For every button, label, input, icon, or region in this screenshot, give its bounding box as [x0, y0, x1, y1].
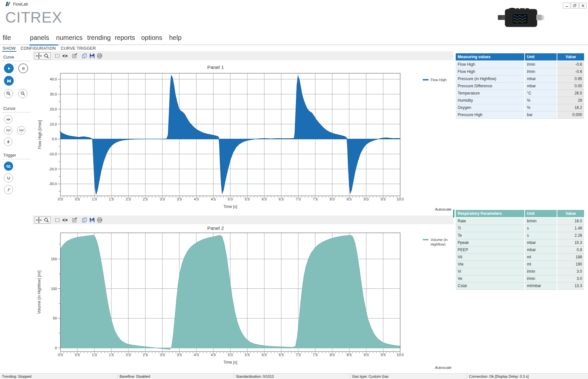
trigger-section-divider — [3, 159, 31, 159]
citrex-device-image — [497, 6, 545, 29]
panel1-legend: Flow High — [423, 78, 451, 82]
tab-configuration[interactable]: CONFIGURATION — [21, 46, 56, 51]
autoscale-button[interactable] — [4, 76, 14, 86]
save-icon[interactable] — [89, 53, 95, 59]
param-name: Pressure (in Highflow) — [456, 76, 524, 83]
svg-text:4.0: 4.0 — [194, 197, 199, 201]
menu-help[interactable]: help — [169, 34, 182, 42]
flow-legend-swatch — [423, 79, 429, 80]
trigger-wave-button[interactable] — [4, 162, 13, 171]
svg-text:1.5: 1.5 — [109, 353, 114, 357]
svg-text:7.5: 7.5 — [313, 353, 318, 357]
param-name: Te — [456, 232, 524, 239]
param-value: 190 — [557, 261, 584, 268]
param-value: -0.6 — [557, 61, 584, 68]
panel2-autoscale-label[interactable]: Autoscale — [428, 366, 451, 370]
print-icon[interactable] — [97, 53, 103, 59]
param-name: Pressure Difference — [456, 83, 524, 90]
table-row: Flow Highl/min-0.6 — [456, 68, 584, 76]
cursor-time-button[interactable]: T — [4, 126, 12, 135]
zoom-out-button[interactable] — [18, 89, 27, 98]
table-row: Ppeakmbar15.3 — [456, 239, 584, 247]
svg-text:0.5: 0.5 — [75, 197, 80, 201]
svg-text:10.0: 10.0 — [50, 122, 57, 126]
cursor-time-icon: T — [6, 128, 11, 133]
svg-text:6.5: 6.5 — [279, 197, 284, 201]
pan-icon[interactable] — [36, 53, 42, 59]
param-value: -0.6 — [557, 68, 584, 76]
table-row: Vil/min3.0 — [456, 268, 584, 275]
menu-options[interactable]: options — [141, 34, 162, 42]
trigger-section-label: Trigger — [3, 153, 16, 158]
menu-trending[interactable]: trending — [87, 34, 111, 42]
table-row: Pressure Differencembar0.00 — [456, 83, 584, 90]
table-row: Vtiml188 — [456, 254, 584, 261]
svg-text:5.5: 5.5 — [245, 353, 250, 357]
copy-icon[interactable] — [82, 53, 88, 59]
zoom-in-button[interactable] — [4, 89, 13, 98]
svg-text:-20.0: -20.0 — [49, 167, 57, 171]
menu-panels[interactable]: panels — [30, 34, 49, 42]
toolbar-group — [72, 53, 78, 59]
param-unit: s — [525, 232, 557, 239]
minimize-button[interactable] — [563, 3, 570, 9]
restore-button[interactable] — [571, 3, 579, 9]
svg-text:-30.0: -30.0 — [49, 182, 57, 186]
toolbar-group — [55, 53, 68, 59]
x-axis-title: Time [s] — [223, 360, 237, 365]
trigger-wave-icon — [6, 164, 11, 169]
status-connection: Connection: Ok [Display Delay: 0.3 s] — [467, 374, 588, 379]
menu-reports[interactable]: reports — [115, 34, 135, 42]
menu-file[interactable]: file — [3, 34, 11, 42]
status-gas-type: Gas type: Custom Gas — [350, 374, 467, 379]
minimize-icon — [565, 4, 568, 7]
svg-text:7.0: 7.0 — [296, 197, 301, 201]
play-button[interactable] — [4, 63, 14, 73]
svg-text:8.0: 8.0 — [330, 197, 335, 201]
x-axis: 0.00.51.01.52.02.53.03.54.04.55.05.56.06… — [58, 197, 403, 201]
trigger-pulse-button[interactable] — [4, 173, 13, 182]
cursor-frequency-button[interactable]: F — [17, 126, 25, 135]
svg-text:6.5: 6.5 — [279, 353, 284, 357]
close-button[interactable] — [579, 3, 587, 9]
param-unit: bar — [525, 112, 557, 119]
tab-curve-trigger[interactable]: CURVE TRIGGER — [61, 46, 96, 51]
param-unit: mbar — [525, 76, 557, 83]
menu-divider — [0, 44, 588, 45]
properties-icon[interactable] — [72, 53, 78, 59]
pause-button[interactable] — [18, 63, 28, 73]
table-row: Humidity%29 — [456, 97, 584, 104]
param-unit: % — [525, 104, 557, 112]
param-name: PEEP — [456, 247, 524, 254]
flowlab-logo-icon — [5, 1, 11, 7]
svg-text:9.0: 9.0 — [364, 197, 368, 201]
cursor-vertical-button[interactable] — [4, 137, 12, 146]
sub-tab-bar: SHOW CONFIGURATION CURVE TRIGGER — [3, 46, 96, 51]
table-row: Flow Highl/min-0.6 — [456, 61, 584, 68]
cursor-center-button[interactable] — [4, 115, 12, 124]
menu-numerics[interactable]: numerics — [56, 34, 83, 42]
active-tab-indicator — [2, 51, 16, 52]
respiratory-table-scroll-indicator — [453, 210, 454, 217]
zoom-cursor-icon[interactable] — [43, 53, 49, 59]
column-header: Unit — [525, 53, 557, 60]
table-row: Temperature°C26.5 — [456, 90, 584, 97]
param-name: Ve — [456, 275, 524, 283]
flow-chart[interactable]: 0.00.51.01.52.02.53.03.54.04.55.05.56.06… — [33, 62, 451, 213]
svg-text:2.0: 2.0 — [126, 353, 131, 357]
tab-show[interactable]: SHOW — [3, 46, 16, 51]
cursor-section-label: Cursor — [3, 106, 16, 111]
toolbar-group — [35, 52, 51, 60]
param-name: Vi — [456, 268, 524, 275]
param-value: 29 — [557, 97, 584, 104]
panel2-legend: Volume (in Highflow) — [423, 238, 451, 247]
trigger-step-button[interactable] — [4, 185, 13, 194]
panel1-autoscale-label[interactable]: Autoscale — [428, 207, 451, 211]
select-rect-icon[interactable] — [55, 53, 60, 59]
cursors-icon[interactable] — [62, 53, 68, 59]
volume-chart[interactable]: 0.00.51.01.52.02.53.03.54.04.55.05.56.06… — [33, 221, 451, 371]
table-row: Oxygen%18.2 — [456, 104, 584, 112]
volume-legend-swatch — [423, 239, 429, 240]
param-value: 0.00 — [557, 83, 584, 90]
y-axis-title: Volume (in Highflow) [ml] — [37, 270, 41, 314]
